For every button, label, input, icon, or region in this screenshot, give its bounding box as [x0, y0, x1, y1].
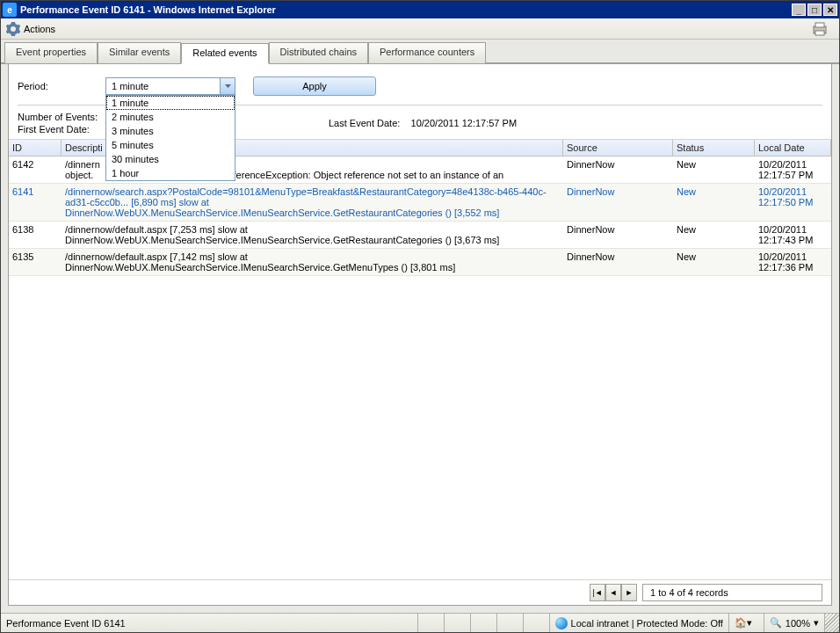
- status-zone[interactable]: Local intranet | Protected Mode: Off: [550, 614, 729, 632]
- print-icon[interactable]: [811, 20, 829, 38]
- status-zoom[interactable]: 🔍 100% ▾: [764, 614, 825, 632]
- tab-content: Period: 1 minute 1 minute 2 minutes 3 mi…: [8, 64, 832, 606]
- pager-first-button[interactable]: |◄: [590, 584, 605, 601]
- apply-label: Apply: [302, 81, 327, 91]
- header-source[interactable]: Source: [563, 140, 673, 156]
- table-row[interactable]: 6141 /dinnernow/search.aspx?PostalCode=9…: [9, 184, 831, 222]
- cell-date: 10/20/2011 12:17:50 PM: [755, 184, 831, 221]
- cell-desc-suffix: .NullReferenceException: Object referenc…: [201, 170, 503, 180]
- statusbar: Performance Event ID 6141 Local intranet…: [1, 613, 839, 632]
- window-title: Performance Event ID 6141 - Windows Inte…: [20, 4, 790, 15]
- tab-event-properties[interactable]: Event properties: [4, 42, 98, 63]
- cell-source: DinnerNow: [563, 184, 673, 221]
- pager-prev-button[interactable]: ◄: [605, 584, 621, 601]
- cell-date: 10/20/2011 12:17:57 PM: [755, 156, 831, 183]
- svg-marker-3: [225, 84, 231, 88]
- last-event-label: Last Event Date:: [329, 118, 400, 128]
- pager-next-button[interactable]: ►: [621, 584, 637, 601]
- cell-id: 6138: [9, 222, 62, 248]
- titlebar: e Performance Event ID 6141 - Windows In…: [1, 1, 839, 18]
- cell-status: New: [673, 222, 755, 248]
- cell-status: New: [673, 156, 755, 183]
- pager-info: 1 to 4 of 4 records: [642, 584, 822, 601]
- cell-description: /dinnernow/search.aspx?PostalCode=98101&…: [62, 184, 563, 221]
- cell-description: /dinnernow/default.aspx [7,142 ms] slow …: [62, 249, 563, 275]
- period-option[interactable]: 30 minutes: [106, 152, 235, 166]
- status-page-title: Performance Event ID 6141: [1, 614, 418, 632]
- cell-status: New: [673, 184, 755, 221]
- period-option[interactable]: 1 minute: [106, 96, 235, 110]
- cell-id: 6141: [9, 184, 62, 221]
- header-local-date[interactable]: Local Date: [755, 140, 831, 156]
- cell-source: DinnerNow: [563, 222, 673, 248]
- chevron-down-icon: ▾: [814, 617, 819, 629]
- ie-icon: e: [3, 3, 17, 17]
- chevron-down-icon[interactable]: [220, 78, 235, 94]
- pager: |◄ ◄ ► 1 to 4 of 4 records: [9, 579, 831, 605]
- last-event-value: 10/20/2011 12:17:57 PM: [411, 118, 517, 128]
- minimize-button[interactable]: _: [792, 4, 806, 16]
- status-pane: [497, 614, 524, 632]
- actions-toolbar: Actions: [1, 18, 839, 40]
- cell-id: 6135: [9, 249, 62, 275]
- apply-button[interactable]: Apply: [253, 76, 376, 96]
- status-pane: [524, 614, 550, 632]
- status-pane: [471, 614, 497, 632]
- tab-performance-counters[interactable]: Performance counters: [368, 42, 486, 63]
- cell-status: New: [673, 249, 755, 275]
- period-dropdown: 1 minute 2 minutes 3 minutes 5 minutes 3…: [105, 95, 235, 181]
- maximize-button[interactable]: □: [807, 4, 822, 16]
- cell-description: /dinnernow/default.aspx [7,253 ms] slow …: [62, 222, 563, 248]
- period-option[interactable]: 1 hour: [106, 166, 235, 180]
- globe-icon: [555, 617, 568, 629]
- period-option[interactable]: 3 minutes: [106, 124, 235, 138]
- header-status[interactable]: Status: [673, 140, 755, 156]
- zone-text: Local intranet | Protected Mode: Off: [571, 618, 723, 629]
- shield-icon: 🏠: [735, 617, 747, 629]
- gear-icon: [6, 22, 20, 36]
- tab-strip: Event properties Similar events Related …: [1, 41, 839, 64]
- tab-related-events[interactable]: Related events: [181, 43, 268, 64]
- status-pane: [445, 614, 471, 632]
- client-area: Event properties Similar events Related …: [1, 40, 839, 613]
- filter-row: Period: 1 minute 1 minute 2 minutes 3 mi…: [9, 76, 831, 105]
- table-row[interactable]: 6135 /dinnernow/default.aspx [7,142 ms] …: [9, 249, 831, 276]
- events-grid: ID Descripti Source Status Local Date 61…: [9, 139, 831, 605]
- cell-date: 10/20/2011 12:17:36 PM: [755, 249, 831, 275]
- tab-similar-events[interactable]: Similar events: [98, 42, 181, 63]
- cell-date: 10/20/2011 12:17:43 PM: [755, 222, 831, 248]
- close-button[interactable]: ✕: [823, 4, 837, 16]
- svg-rect-1: [815, 23, 824, 27]
- status-pane: [418, 614, 445, 632]
- app-window: e Performance Event ID 6141 - Windows In…: [0, 0, 840, 633]
- actions-menu[interactable]: Actions: [24, 24, 55, 34]
- cell-source: DinnerNow: [563, 156, 673, 183]
- period-label: Period:: [18, 81, 105, 91]
- cell-id: 6142: [9, 156, 62, 183]
- resize-grip[interactable]: [825, 614, 839, 632]
- cell-source: DinnerNow: [563, 249, 673, 275]
- table-row[interactable]: 6138 /dinnernow/default.aspx [7,253 ms] …: [9, 222, 831, 249]
- tab-distributed-chains[interactable]: Distributed chains: [269, 42, 368, 63]
- period-value: 1 minute: [112, 81, 148, 91]
- magnifier-icon: 🔍: [770, 617, 782, 629]
- header-id[interactable]: ID: [9, 140, 62, 156]
- status-protected-icon[interactable]: 🏠▾: [729, 614, 764, 632]
- period-combobox[interactable]: 1 minute 1 minute 2 minutes 3 minutes 5 …: [105, 77, 235, 95]
- period-option[interactable]: 5 minutes: [106, 138, 235, 152]
- period-option[interactable]: 2 minutes: [106, 110, 235, 124]
- zoom-value: 100%: [786, 618, 810, 629]
- svg-rect-2: [815, 31, 824, 35]
